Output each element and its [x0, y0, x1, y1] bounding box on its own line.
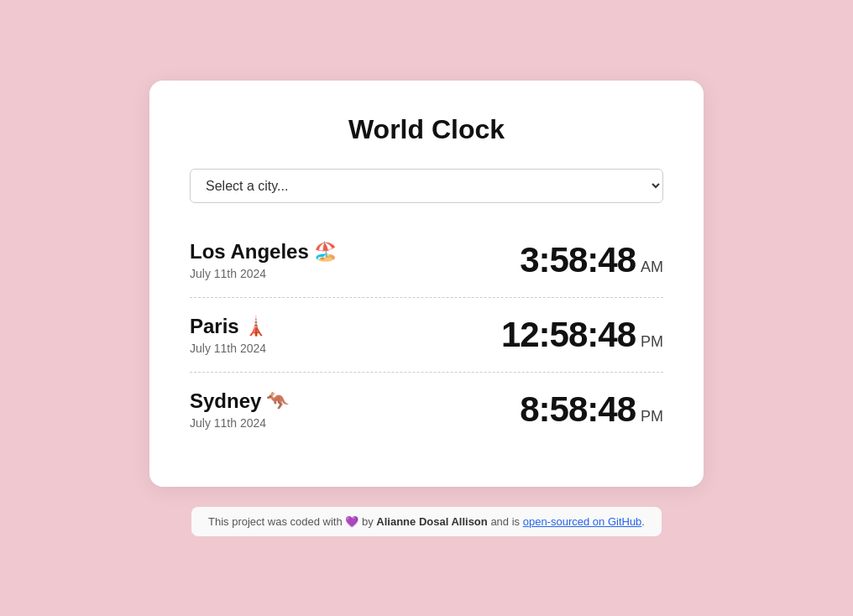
- city-emoji-paris: 🗼: [244, 316, 267, 337]
- clock-list: Los Angeles 🏖️ July 11th 2024 3:58:48 AM…: [190, 223, 663, 446]
- city-info-los-angeles: Los Angeles 🏖️ July 11th 2024: [190, 240, 337, 280]
- city-info-sydney: Sydney 🦘 July 11th 2024: [190, 389, 289, 430]
- clock-time-paris: 12:58:48 PM: [501, 315, 663, 355]
- app-title: World Clock: [190, 114, 663, 145]
- footer-github-link[interactable]: open-sourced on GitHub: [523, 515, 642, 528]
- time-digits-paris: 12:58:48: [501, 315, 636, 355]
- city-label-los-angeles: Los Angeles: [190, 240, 309, 264]
- time-period-los-angeles: AM: [641, 258, 663, 276]
- main-card: World Clock Select a city... Los Angeles…: [149, 81, 704, 487]
- city-name-sydney: Sydney 🦘: [190, 389, 289, 413]
- city-label-sydney: Sydney: [190, 389, 261, 413]
- clock-item-paris: Paris 🗼 July 11th 2024 12:58:48 PM: [190, 297, 663, 372]
- city-select[interactable]: Select a city... Los Angeles New York Lo…: [190, 169, 663, 203]
- clock-item-los-angeles: Los Angeles 🏖️ July 11th 2024 3:58:48 AM: [190, 223, 663, 297]
- clock-time-los-angeles: 3:58:48 AM: [520, 240, 663, 280]
- city-date-paris: July 11th 2024: [190, 342, 267, 355]
- city-name-los-angeles: Los Angeles 🏖️: [190, 240, 337, 264]
- city-name-paris: Paris 🗼: [190, 315, 267, 338]
- time-digits-los-angeles: 3:58:48: [520, 240, 636, 280]
- footer-author: Alianne Dosal Allison: [376, 515, 487, 528]
- clock-time-sydney: 8:58:48 PM: [520, 389, 663, 430]
- city-emoji-los-angeles: 🏖️: [314, 241, 337, 263]
- footer-text-middle: and is: [490, 515, 520, 528]
- time-period-paris: PM: [641, 333, 663, 351]
- footer-text-before: This project was coded with: [208, 515, 343, 528]
- footer-text-by: by: [362, 515, 374, 528]
- footer: This project was coded with 💜 by Alianne…: [191, 507, 662, 536]
- city-date-sydney: July 11th 2024: [190, 416, 289, 430]
- city-date-los-angeles: July 11th 2024: [190, 267, 337, 280]
- footer-heart: 💜: [345, 515, 358, 528]
- time-digits-sydney: 8:58:48: [520, 389, 636, 430]
- footer-text-end: .: [641, 515, 645, 528]
- city-info-paris: Paris 🗼 July 11th 2024: [190, 315, 267, 355]
- city-label-paris: Paris: [190, 315, 239, 338]
- city-emoji-sydney: 🦘: [266, 390, 289, 412]
- clock-item-sydney: Sydney 🦘 July 11th 2024 8:58:48 PM: [190, 372, 663, 446]
- time-period-sydney: PM: [641, 408, 663, 425]
